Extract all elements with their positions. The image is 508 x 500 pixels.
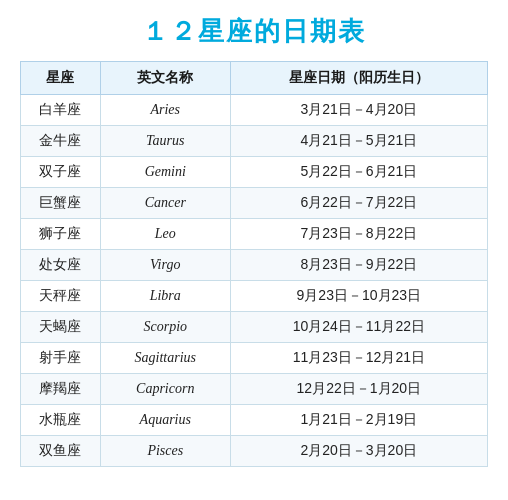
table-row: 白羊座Aries3月21日－4月20日 xyxy=(21,95,488,126)
table-row: 双鱼座Pisces2月20日－3月20日 xyxy=(21,436,488,467)
cell-dates: 3月21日－4月20日 xyxy=(230,95,487,126)
cell-dates: 7月23日－8月22日 xyxy=(230,219,487,250)
cell-sign: 狮子座 xyxy=(21,219,101,250)
table-row: 双子座Gemini5月22日－6月21日 xyxy=(21,157,488,188)
cell-english: Pisces xyxy=(100,436,230,467)
table-row: 金牛座Taurus4月21日－5月21日 xyxy=(21,126,488,157)
cell-english: Aquarius xyxy=(100,405,230,436)
cell-english: Taurus xyxy=(100,126,230,157)
cell-sign: 双子座 xyxy=(21,157,101,188)
cell-sign: 水瓶座 xyxy=(21,405,101,436)
cell-english: Virgo xyxy=(100,250,230,281)
header-dates: 星座日期（阳历生日） xyxy=(230,62,487,95)
header-english: 英文名称 xyxy=(100,62,230,95)
table-header-row: 星座 英文名称 星座日期（阳历生日） xyxy=(21,62,488,95)
cell-sign: 天秤座 xyxy=(21,281,101,312)
cell-dates: 12月22日－1月20日 xyxy=(230,374,487,405)
cell-sign: 处女座 xyxy=(21,250,101,281)
cell-dates: 4月21日－5月21日 xyxy=(230,126,487,157)
table-row: 摩羯座Capricorn12月22日－1月20日 xyxy=(21,374,488,405)
table-row: 水瓶座Aquarius1月21日－2月19日 xyxy=(21,405,488,436)
cell-english: Cancer xyxy=(100,188,230,219)
table-row: 狮子座Leo7月23日－8月22日 xyxy=(21,219,488,250)
cell-dates: 6月22日－7月22日 xyxy=(230,188,487,219)
cell-dates: 1月21日－2月19日 xyxy=(230,405,487,436)
table-row: 射手座Sagittarius11月23日－12月21日 xyxy=(21,343,488,374)
cell-sign: 金牛座 xyxy=(21,126,101,157)
cell-english: Libra xyxy=(100,281,230,312)
cell-sign: 双鱼座 xyxy=(21,436,101,467)
page-title: １２星座的日期表 xyxy=(142,14,366,49)
cell-dates: 11月23日－12月21日 xyxy=(230,343,487,374)
cell-sign: 巨蟹座 xyxy=(21,188,101,219)
cell-sign: 天蝎座 xyxy=(21,312,101,343)
cell-english: Leo xyxy=(100,219,230,250)
cell-english: Sagittarius xyxy=(100,343,230,374)
cell-english: Aries xyxy=(100,95,230,126)
table-row: 天秤座Libra9月23日－10月23日 xyxy=(21,281,488,312)
cell-dates: 9月23日－10月23日 xyxy=(230,281,487,312)
header-sign: 星座 xyxy=(21,62,101,95)
cell-english: Gemini xyxy=(100,157,230,188)
cell-dates: 5月22日－6月21日 xyxy=(230,157,487,188)
cell-dates: 2月20日－3月20日 xyxy=(230,436,487,467)
table-row: 天蝎座Scorpio10月24日－11月22日 xyxy=(21,312,488,343)
cell-dates: 8月23日－9月22日 xyxy=(230,250,487,281)
zodiac-table: 星座 英文名称 星座日期（阳历生日） 白羊座Aries3月21日－4月20日金牛… xyxy=(20,61,488,467)
cell-sign: 射手座 xyxy=(21,343,101,374)
cell-english: Scorpio xyxy=(100,312,230,343)
cell-sign: 摩羯座 xyxy=(21,374,101,405)
table-row: 处女座Virgo8月23日－9月22日 xyxy=(21,250,488,281)
table-row: 巨蟹座Cancer6月22日－7月22日 xyxy=(21,188,488,219)
cell-sign: 白羊座 xyxy=(21,95,101,126)
cell-english: Capricorn xyxy=(100,374,230,405)
cell-dates: 10月24日－11月22日 xyxy=(230,312,487,343)
